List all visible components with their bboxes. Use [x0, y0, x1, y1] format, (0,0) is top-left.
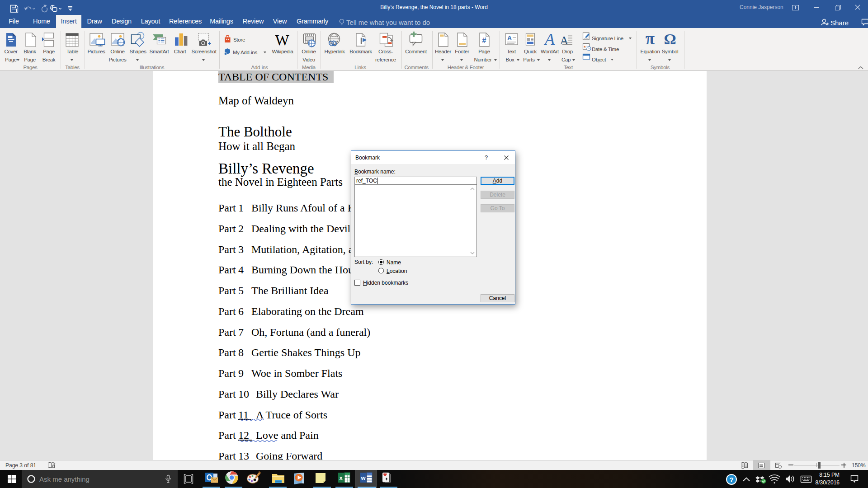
svg-text:#: # — [482, 37, 486, 44]
svg-text:?: ? — [729, 476, 733, 483]
svg-text:Ω: Ω — [664, 31, 676, 47]
svg-text:x: x — [339, 474, 343, 481]
svg-text:A: A — [560, 34, 569, 47]
svg-text:A: A — [507, 34, 512, 42]
svg-text:π: π — [646, 29, 655, 48]
svg-text:w: w — [360, 474, 366, 481]
svg-text:A: A — [544, 30, 555, 48]
svg-text:W: W — [275, 32, 289, 48]
